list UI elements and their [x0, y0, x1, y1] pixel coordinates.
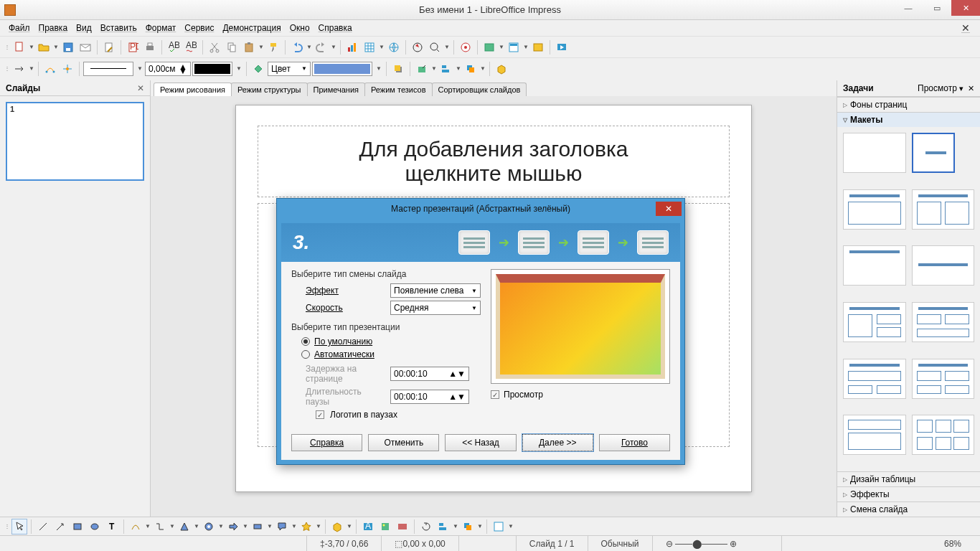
tab-notes[interactable]: Примечания	[307, 83, 366, 96]
edit-file-icon[interactable]	[101, 39, 117, 55]
line-width-input[interactable]: 0,00см▲▼	[145, 62, 191, 76]
tab-sorter[interactable]: Сортировщик слайдов	[432, 83, 527, 96]
hyperlink-icon[interactable]	[386, 39, 402, 55]
layout-blank[interactable]	[843, 133, 906, 173]
wizard-next-button[interactable]: Далее >>	[522, 434, 593, 451]
curve-tool-icon[interactable]	[128, 519, 143, 534]
status-style[interactable]: Обычный	[588, 536, 653, 551]
menu-slideshow[interactable]: Демонстрация	[218, 22, 285, 34]
crop-icon[interactable]	[414, 61, 430, 77]
text-tool-icon[interactable]: T	[104, 519, 120, 534]
maximize-button[interactable]: ▭	[923, 0, 951, 16]
fill-icon[interactable]	[250, 61, 266, 77]
line-style-select[interactable]	[83, 62, 133, 76]
tab-drawing[interactable]: Режим рисования	[154, 83, 232, 96]
menu-insert[interactable]: Вставить	[96, 22, 141, 34]
align-icon[interactable]	[438, 61, 454, 77]
flowchart-icon[interactable]	[250, 519, 265, 534]
layout-title[interactable]	[912, 133, 955, 173]
wizard-title-bar[interactable]: Мастер презентаций (Абстрактный зелёный)…	[277, 199, 684, 219]
arrange-icon[interactable]	[463, 61, 479, 77]
connector-tool-icon[interactable]	[152, 519, 168, 534]
acc-table-design[interactable]: ▷Дизайн таблицы	[837, 471, 980, 486]
menu-window[interactable]: Окно	[286, 22, 314, 34]
slides-panel-close-icon[interactable]: ✕	[137, 83, 144, 93]
menu-help[interactable]: Справка	[314, 22, 357, 34]
slide-layout2-icon[interactable]	[491, 519, 507, 534]
copy-icon[interactable]	[224, 39, 240, 55]
menu-tools[interactable]: Сервис	[180, 22, 218, 34]
menu-edit[interactable]: Правка	[34, 22, 72, 34]
fontwork-icon[interactable]: A	[360, 519, 376, 534]
status-zoom-slider[interactable]: ⊖ ——⬤——— ⊕	[653, 536, 782, 551]
layout-5[interactable]	[843, 245, 906, 286]
slide-design-icon[interactable]	[530, 39, 546, 55]
arrow-tool-icon[interactable]	[52, 519, 68, 534]
radio-default[interactable]: По умолчанию	[301, 336, 481, 347]
layout-7[interactable]	[843, 302, 906, 342]
email-icon[interactable]	[77, 39, 93, 55]
acc-layouts[interactable]: ▽Макеты	[837, 112, 980, 127]
tab-outline[interactable]: Режим структуры	[231, 83, 308, 96]
acc-transition[interactable]: ▷Смена слайда	[837, 501, 980, 517]
point-edit-icon[interactable]	[42, 61, 58, 77]
new-doc-icon[interactable]	[11, 39, 27, 55]
gallery2-icon[interactable]	[395, 519, 410, 534]
layout-4[interactable]	[912, 189, 975, 230]
print-icon[interactable]	[142, 39, 158, 55]
3d-objects-icon[interactable]	[329, 519, 345, 534]
line-color-select[interactable]	[192, 62, 232, 76]
rect-tool-icon[interactable]	[70, 519, 85, 534]
wizard-back-button[interactable]: << Назад	[445, 434, 516, 451]
undo-icon[interactable]	[289, 39, 305, 55]
layout-12[interactable]	[912, 415, 975, 455]
navigator-icon[interactable]	[410, 39, 425, 55]
title-placeholder[interactable]: Для добавления заголовка щелкните мышью	[258, 126, 730, 197]
layout-9[interactable]	[843, 359, 906, 399]
stars-icon[interactable]	[298, 519, 314, 534]
fill-color-select[interactable]	[312, 62, 372, 76]
cut-icon[interactable]	[207, 39, 222, 55]
format-paint-icon[interactable]	[265, 39, 281, 55]
paste-icon[interactable]	[241, 39, 257, 55]
slideshow-icon[interactable]	[554, 39, 570, 55]
wizard-cancel-button[interactable]: Отменить	[368, 434, 439, 451]
redo-icon[interactable]	[314, 39, 329, 55]
callouts-icon[interactable]	[274, 519, 290, 534]
open-dropdown[interactable]: ▼	[53, 44, 59, 50]
effect-select[interactable]: Появление слева▼	[390, 283, 481, 298]
chart-icon[interactable]	[344, 39, 360, 55]
export-pdf-icon[interactable]: PDF	[125, 39, 141, 55]
wizard-finish-button[interactable]: Готово	[599, 434, 670, 451]
minimize-button[interactable]: —	[894, 0, 923, 16]
menu-file[interactable]: Файл	[4, 22, 34, 34]
close-button[interactable]: ✕	[951, 0, 980, 16]
fill-mode-select[interactable]: Цвет▼	[268, 62, 311, 76]
wizard-help-button[interactable]: Справка	[291, 434, 362, 451]
shadow-icon[interactable]	[390, 61, 406, 77]
basic-shapes-icon[interactable]	[176, 519, 192, 534]
ellipse-tool-icon[interactable]	[87, 519, 103, 534]
from-file-icon[interactable]	[377, 519, 393, 534]
help-icon[interactable]	[458, 39, 473, 55]
extrusion-icon[interactable]	[494, 61, 509, 77]
menu-view[interactable]: Вид	[72, 22, 96, 34]
layout-11[interactable]	[843, 415, 906, 455]
table-icon[interactable]	[362, 39, 377, 55]
layout-10[interactable]	[912, 359, 975, 399]
tab-handout[interactable]: Режим тезисов	[364, 83, 433, 96]
block-arrows-icon[interactable]	[225, 519, 241, 534]
rotate-icon[interactable]	[418, 519, 434, 534]
slide-thumbnail-1[interactable]: 1	[6, 102, 144, 181]
select-tool-icon[interactable]	[11, 519, 27, 534]
speed-select[interactable]: Средняя▼	[390, 301, 481, 315]
slide-layout-icon[interactable]	[506, 39, 522, 55]
arrange2-icon[interactable]	[460, 519, 476, 534]
zoom-icon[interactable]	[427, 39, 443, 55]
save-icon[interactable]	[60, 39, 76, 55]
align2-icon[interactable]	[435, 519, 451, 534]
tasks-view-menu[interactable]: Просмотр	[918, 83, 957, 93]
menu-format[interactable]: Формат	[141, 22, 181, 34]
layout-6[interactable]	[912, 245, 975, 286]
autospell-icon[interactable]: ABC	[183, 39, 199, 55]
